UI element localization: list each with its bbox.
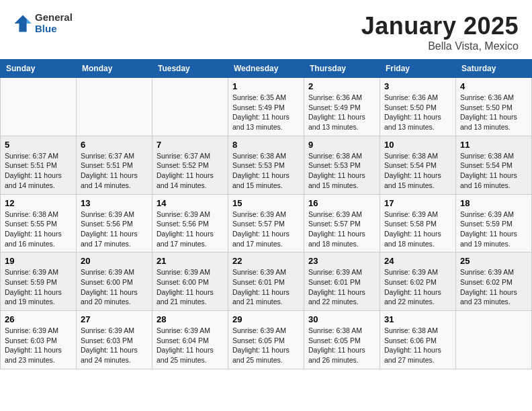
day-info: Sunrise: 6:37 AMSunset: 5:52 PMDaylight:… [157,151,224,191]
day-number: 17 [384,198,451,208]
day-cell: 5Sunrise: 6:37 AMSunset: 5:51 PMDaylight… [1,136,77,194]
weekday-header-thursday: Thursday [304,60,380,78]
day-info: Sunrise: 6:37 AMSunset: 5:51 PMDaylight:… [81,151,148,191]
day-info: Sunrise: 6:39 AMSunset: 6:03 PMDaylight:… [81,326,148,365]
day-cell: 11Sunrise: 6:38 AMSunset: 5:54 PMDayligh… [456,136,532,194]
day-info: Sunrise: 6:38 AMSunset: 5:54 PMDaylight:… [460,151,527,191]
day-number: 21 [157,256,224,266]
logo: General Blue [13,12,73,34]
day-cell: 6Sunrise: 6:37 AMSunset: 5:51 PMDaylight… [77,136,152,194]
day-cell: 24Sunrise: 6:39 AMSunset: 6:02 PMDayligh… [380,253,456,311]
day-info: Sunrise: 6:36 AMSunset: 5:49 PMDaylight:… [308,93,375,132]
day-number: 3 [384,81,451,91]
weekday-header-tuesday: Tuesday [152,60,228,78]
logo-general: General [35,12,73,24]
day-cell: 4Sunrise: 6:36 AMSunset: 5:50 PMDaylight… [456,78,532,136]
day-info: Sunrise: 6:39 AMSunset: 6:00 PMDaylight:… [157,267,224,307]
day-info: Sunrise: 6:39 AMSunset: 5:59 PMDaylight:… [5,267,72,307]
day-number: 16 [308,198,375,208]
week-row-5: 26Sunrise: 6:39 AMSunset: 6:03 PMDayligh… [1,311,532,369]
day-number: 5 [5,140,72,150]
day-number: 20 [81,256,148,266]
weekday-header-row: SundayMondayTuesdayWednesdayThursdayFrid… [1,60,532,78]
day-info: Sunrise: 6:39 AMSunset: 5:58 PMDaylight:… [384,210,451,249]
day-number: 14 [157,198,224,208]
day-number: 13 [81,198,148,208]
day-info: Sunrise: 6:38 AMSunset: 5:55 PMDaylight:… [5,210,72,249]
logo-blue: Blue [35,24,73,35]
day-cell: 9Sunrise: 6:38 AMSunset: 5:53 PMDaylight… [304,136,380,194]
day-info: Sunrise: 6:39 AMSunset: 5:56 PMDaylight:… [81,210,148,249]
day-number: 8 [232,140,300,150]
day-cell: 1Sunrise: 6:35 AMSunset: 5:49 PMDaylight… [228,78,304,136]
day-cell: 10Sunrise: 6:38 AMSunset: 5:54 PMDayligh… [380,136,456,194]
day-number: 11 [460,140,527,150]
day-cell: 3Sunrise: 6:36 AMSunset: 5:50 PMDaylight… [380,78,456,136]
day-cell: 7Sunrise: 6:37 AMSunset: 5:52 PMDaylight… [152,136,228,194]
day-number: 23 [308,256,375,266]
day-number: 24 [384,256,451,266]
day-number: 29 [232,314,300,324]
week-row-2: 5Sunrise: 6:37 AMSunset: 5:51 PMDaylight… [1,136,532,194]
day-info: Sunrise: 6:39 AMSunset: 6:01 PMDaylight:… [232,267,300,307]
day-number: 1 [232,81,300,91]
day-number: 10 [384,140,451,150]
day-info: Sunrise: 6:39 AMSunset: 5:56 PMDaylight:… [157,210,224,249]
day-info: Sunrise: 6:38 AMSunset: 5:53 PMDaylight:… [308,151,375,191]
calendar-subtitle: Bella Vista, Mexico [361,40,519,52]
day-number: 4 [460,81,527,91]
weekday-header-friday: Friday [380,60,456,78]
day-cell: 22Sunrise: 6:39 AMSunset: 6:01 PMDayligh… [228,253,304,311]
day-cell [1,78,77,136]
day-cell [152,78,228,136]
day-cell [456,311,532,369]
day-info: Sunrise: 6:36 AMSunset: 5:50 PMDaylight:… [384,93,451,132]
day-cell: 8Sunrise: 6:38 AMSunset: 5:53 PMDaylight… [228,136,304,194]
day-cell: 13Sunrise: 6:39 AMSunset: 5:56 PMDayligh… [77,194,152,253]
day-info: Sunrise: 6:38 AMSunset: 6:05 PMDaylight:… [308,326,375,365]
day-number: 31 [384,314,451,324]
day-info: Sunrise: 6:39 AMSunset: 5:57 PMDaylight:… [308,210,375,249]
svg-marker-1 [27,19,32,24]
day-info: Sunrise: 6:39 AMSunset: 6:04 PMDaylight:… [157,326,224,365]
day-info: Sunrise: 6:39 AMSunset: 6:03 PMDaylight:… [5,326,72,365]
day-info: Sunrise: 6:38 AMSunset: 5:53 PMDaylight:… [232,151,300,191]
day-cell: 30Sunrise: 6:38 AMSunset: 6:05 PMDayligh… [304,311,380,369]
day-number: 26 [5,314,72,324]
day-info: Sunrise: 6:36 AMSunset: 5:50 PMDaylight:… [460,93,527,132]
day-cell: 2Sunrise: 6:36 AMSunset: 5:49 PMDaylight… [304,78,380,136]
day-cell: 17Sunrise: 6:39 AMSunset: 5:58 PMDayligh… [380,194,456,253]
week-row-1: 1Sunrise: 6:35 AMSunset: 5:49 PMDaylight… [1,78,532,136]
calendar-table: SundayMondayTuesdayWednesdayThursdayFrid… [0,59,532,369]
day-info: Sunrise: 6:39 AMSunset: 6:05 PMDaylight:… [232,326,300,365]
weekday-header-sunday: Sunday [1,60,77,78]
day-number: 6 [81,140,148,150]
logo-icon [13,14,32,33]
header: General Blue January 2025 Bella Vista, M… [0,0,532,59]
day-number: 7 [157,140,224,150]
day-cell: 31Sunrise: 6:38 AMSunset: 6:06 PMDayligh… [380,311,456,369]
day-info: Sunrise: 6:39 AMSunset: 5:59 PMDaylight:… [460,210,527,249]
day-cell: 19Sunrise: 6:39 AMSunset: 5:59 PMDayligh… [1,253,77,311]
day-number: 2 [308,81,375,91]
day-cell: 26Sunrise: 6:39 AMSunset: 6:03 PMDayligh… [1,311,77,369]
day-number: 22 [232,256,300,266]
title-block: January 2025 Bella Vista, Mexico [361,12,519,52]
day-cell: 25Sunrise: 6:39 AMSunset: 6:02 PMDayligh… [456,253,532,311]
day-number: 19 [5,256,72,266]
day-number: 9 [308,140,375,150]
weekday-header-wednesday: Wednesday [228,60,304,78]
day-cell: 15Sunrise: 6:39 AMSunset: 5:57 PMDayligh… [228,194,304,253]
day-info: Sunrise: 6:38 AMSunset: 6:06 PMDaylight:… [384,326,451,365]
day-cell: 14Sunrise: 6:39 AMSunset: 5:56 PMDayligh… [152,194,228,253]
week-row-3: 12Sunrise: 6:38 AMSunset: 5:55 PMDayligh… [1,194,532,253]
day-cell: 28Sunrise: 6:39 AMSunset: 6:04 PMDayligh… [152,311,228,369]
day-cell: 29Sunrise: 6:39 AMSunset: 6:05 PMDayligh… [228,311,304,369]
day-info: Sunrise: 6:39 AMSunset: 6:01 PMDaylight:… [308,267,375,307]
day-cell: 20Sunrise: 6:39 AMSunset: 6:00 PMDayligh… [77,253,152,311]
day-number: 25 [460,256,527,266]
calendar-title: January 2025 [361,12,519,40]
day-number: 28 [157,314,224,324]
weekday-header-saturday: Saturday [456,60,532,78]
day-info: Sunrise: 6:37 AMSunset: 5:51 PMDaylight:… [5,151,72,191]
